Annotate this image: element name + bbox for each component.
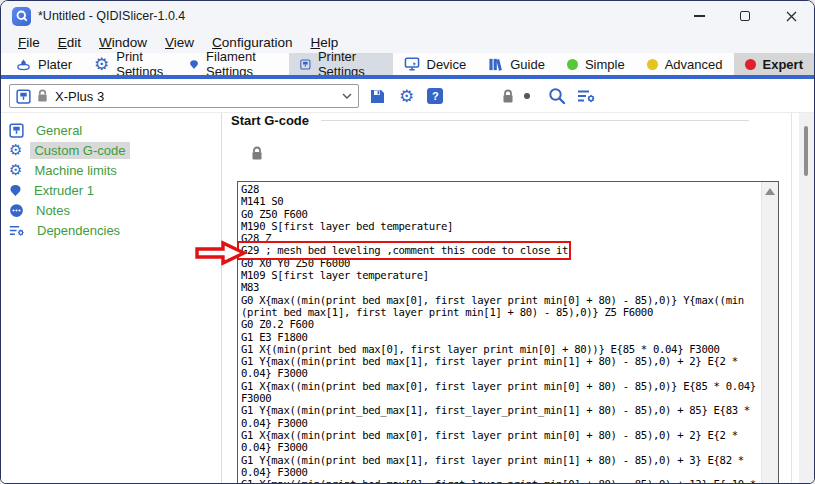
start-gcode-textarea[interactable]: G28M141 S0G0 Z50 F600M190 S[first_layer_… xyxy=(237,181,779,484)
search-settings-button[interactable] xyxy=(577,88,596,104)
app-window: *Untitled - QIDISlicer-1.0.4 File Edit W… xyxy=(0,0,815,484)
gcode-line: G0 Z50 F600 xyxy=(241,208,761,220)
sidebar-item-notes[interactable]: Notes xyxy=(1,200,221,220)
gcode-line: M190 S[first_layer_bed_temperature] xyxy=(241,220,761,232)
gear-icon: ⚙ xyxy=(9,163,22,178)
gcode-line: 0.04} F3000 xyxy=(241,441,761,453)
chevron-down-icon xyxy=(342,93,352,99)
sidebar-item-machine-limits[interactable]: ⚙ Machine limits xyxy=(1,160,221,180)
window-title: *Untitled - QIDISlicer-1.0.4 xyxy=(38,9,185,23)
printer-preset-combo[interactable]: X-Plus 3 xyxy=(9,84,359,108)
qidi-logo-icon xyxy=(12,7,31,26)
page-scrollbar[interactable] xyxy=(799,113,814,484)
gcode-line: G1 E3 F1800 xyxy=(241,331,761,343)
page-scrollbar-thumb[interactable] xyxy=(804,126,808,176)
lock-toggle[interactable] xyxy=(501,89,515,104)
gcode-line: G1 Y{max((min(print_bed_max[1], first_la… xyxy=(241,404,761,416)
gcode-text: G28M141 S0G0 Z50 F600M190 S[first_layer_… xyxy=(241,183,761,484)
gcode-line: M109 S[first_layer_temperature] xyxy=(241,269,761,281)
tab-printer-settings[interactable]: Printer Settings xyxy=(289,53,392,75)
gear-icon: ⚙ xyxy=(399,88,414,105)
gcode-line: G1 X{max((min(print_bed_max[0], first_la… xyxy=(241,380,761,392)
lock-icon xyxy=(250,146,264,161)
tab-plater[interactable]: Plater xyxy=(5,53,83,75)
gear-icon: ⚙ xyxy=(9,143,22,158)
tab-print-settings[interactable]: ⚙ Print Settings xyxy=(83,53,178,75)
tab-device[interactable]: Device xyxy=(393,53,478,75)
gcode-line: 0.04} F3000 xyxy=(241,367,761,379)
sidebar-item-general[interactable]: General xyxy=(1,120,221,140)
gcode-line: 0.04} F3000 xyxy=(241,466,761,478)
highlight-rectangle xyxy=(237,241,571,260)
maximize-button[interactable] xyxy=(722,1,768,31)
advanced-dot-icon xyxy=(647,59,658,70)
gcode-line: F3000 xyxy=(241,392,761,404)
tab-guide[interactable]: Guide xyxy=(477,53,556,75)
save-preset-button[interactable] xyxy=(369,88,386,105)
gcode-line: G0 X{max((min(print_bed_max[0], first_la… xyxy=(241,294,761,306)
gcode-line: (print_bed_max[1], first_layer_print_min… xyxy=(241,306,761,318)
guide-icon xyxy=(488,57,503,72)
mode-advanced[interactable]: Advanced xyxy=(636,53,734,75)
window-controls xyxy=(676,1,814,31)
gcode-line: M141 S0 xyxy=(241,195,761,207)
section-title: Start G-code xyxy=(231,113,309,128)
tab-label: Plater xyxy=(38,57,72,72)
gcode-line: G1 X{max((min(print_bed_max[0], first_la… xyxy=(241,478,761,484)
sidebar-item-label: Notes xyxy=(32,202,74,219)
lock-icon xyxy=(501,89,515,104)
dependencies-gear-icon xyxy=(9,223,25,238)
gcode-line: G1 X{max((min(print_bed_max[0], first_la… xyxy=(241,429,761,441)
red-arrow-annotation xyxy=(194,240,248,266)
preset-toolbar: X-Plus 3 ⚙ xyxy=(1,79,814,113)
printer-icon xyxy=(300,57,311,72)
sidebar-item-extruder-1[interactable]: Extruder 1 xyxy=(1,180,221,200)
mode-label: Simple xyxy=(585,57,625,72)
menu-edit[interactable]: Edit xyxy=(49,33,90,52)
mode-switcher: Simple Advanced Expert xyxy=(556,53,814,75)
textarea-scrollbar[interactable] xyxy=(761,182,778,484)
maximize-icon xyxy=(740,11,750,21)
option-lock-button[interactable] xyxy=(250,146,264,161)
mode-simple[interactable]: Simple xyxy=(556,53,636,75)
minimize-button[interactable] xyxy=(676,1,722,31)
title-bar: *Untitled - QIDISlicer-1.0.4 xyxy=(1,1,814,31)
printer-icon xyxy=(16,89,31,104)
close-icon xyxy=(786,11,797,22)
filament-icon xyxy=(189,57,199,72)
sidebar-item-label: Custom G-code xyxy=(30,142,129,159)
gcode-line: G1 Y{max((min(print_bed_max[1], first_la… xyxy=(241,355,761,367)
tab-label: Guide xyxy=(510,57,545,72)
preset-settings-button[interactable]: ⚙ xyxy=(399,88,414,105)
tab-bar: Plater ⚙ Print Settings Filament Setting… xyxy=(1,53,814,79)
tab-filament-settings[interactable]: Filament Settings xyxy=(178,53,289,75)
plater-icon xyxy=(16,57,31,71)
sidebar-item-label: Dependencies xyxy=(33,222,124,239)
close-button[interactable] xyxy=(768,1,814,31)
dot-indicator-icon xyxy=(524,93,530,99)
simple-dot-icon xyxy=(567,59,578,70)
scroll-up-icon[interactable] xyxy=(765,188,775,195)
sidebar-item-dependencies[interactable]: Dependencies xyxy=(1,220,221,240)
mode-label: Advanced xyxy=(665,57,723,72)
settings-sidebar: General ⚙ Custom G-code ⚙ Machine limits… xyxy=(1,113,221,484)
sidebar-item-label: Extruder 1 xyxy=(30,182,98,199)
mode-label: Expert xyxy=(763,57,803,72)
panel-scroll-edge xyxy=(791,113,792,484)
sidebar-divider xyxy=(221,113,222,484)
gcode-line: M83 xyxy=(241,281,761,293)
preset-value: X-Plus 3 xyxy=(55,89,104,104)
lock-icon xyxy=(36,89,49,103)
menu-file[interactable]: File xyxy=(9,33,49,52)
search-icon xyxy=(548,87,566,105)
mode-expert[interactable]: Expert xyxy=(734,53,814,75)
help-button[interactable] xyxy=(427,88,443,104)
minimize-icon xyxy=(694,15,705,16)
gcode-line: G1 X{(min(print_bed_max[0], first_layer_… xyxy=(241,343,761,355)
notes-bubble-icon xyxy=(9,203,24,218)
sidebar-item-label: General xyxy=(32,122,86,139)
search-button[interactable] xyxy=(548,87,566,105)
help-icon xyxy=(427,88,443,104)
sidebar-item-custom-gcode[interactable]: ⚙ Custom G-code xyxy=(1,140,221,160)
expert-dot-icon xyxy=(745,59,756,70)
